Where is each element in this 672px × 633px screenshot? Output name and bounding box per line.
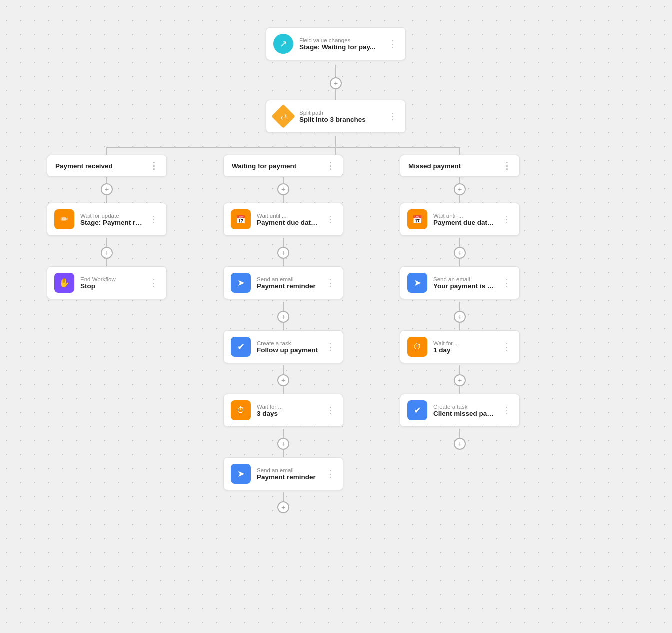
add-btn-b2-4[interactable]: + (278, 374, 290, 386)
b3-n3-icon: ⏱ (408, 337, 428, 357)
add-btn-b2-1[interactable]: + (278, 184, 290, 196)
b2-n4-icon: ⏱ (231, 400, 251, 420)
b2-node1[interactable]: 📅 Wait until ... Payment due date, 12:..… (224, 203, 344, 236)
b2-n3-icon: ✔ (231, 337, 251, 357)
b2-n5-icon: ➤ (231, 464, 251, 484)
connector-lines (0, 0, 672, 633)
b2-n1-icon: 📅 (231, 210, 251, 230)
b3-n4-icon: ✔ (408, 400, 428, 420)
add-btn-b2-6[interactable]: + (278, 502, 290, 514)
branch3-menu[interactable]: ⋮ (502, 160, 512, 172)
b3-node3[interactable]: ⏱ Wait for ... 1 day ⋮ (400, 330, 520, 364)
branch3-label[interactable]: Missed payment ⋮ (400, 155, 520, 177)
add-btn-b3-5[interactable]: + (454, 438, 466, 450)
trigger-node[interactable]: ↗ Field value changes Stage: Waiting for… (266, 28, 406, 60)
branch2-menu[interactable]: ⋮ (326, 160, 335, 172)
trigger-menu[interactable]: ⋮ (388, 38, 398, 50)
b3-n1-icon: 📅 (408, 210, 428, 230)
split-node[interactable]: ⇄ Split path Split into 3 branches ⋮ (266, 100, 406, 133)
b3-n2-icon: ➤ (408, 273, 428, 293)
b2-n2-icon: ➤ (231, 273, 251, 293)
b2-node5[interactable]: ➤ Send an email Payment reminder ⋮ (224, 458, 344, 490)
add-btn-b3-4[interactable]: + (454, 374, 466, 386)
b2-n3-menu[interactable]: ⋮ (325, 342, 336, 352)
b3-node4[interactable]: ✔ Create a task Client missed payment! ⋮ (400, 394, 520, 427)
trigger-icon: ↗ (274, 34, 294, 54)
b2-node3[interactable]: ✔ Create a task Follow up payment ⋮ (224, 330, 344, 364)
b3-n4-menu[interactable]: ⋮ (502, 405, 512, 416)
b1-node2[interactable]: ✋ End Workflow Stop ⋮ (47, 266, 167, 300)
b2-node2[interactable]: ➤ Send an email Payment reminder ⋮ (224, 266, 344, 300)
b1-n1-icon: ✏ (54, 210, 74, 230)
branch1-label[interactable]: Payment received ⋮ (47, 155, 167, 177)
add-btn-b1-2[interactable]: + (101, 247, 113, 259)
workflow-canvas: ↗ Field value changes Stage: Waiting for… (0, 0, 672, 633)
b3-n2-menu[interactable]: ⋮ (502, 278, 512, 288)
trigger-text: Field value changes Stage: Waiting for p… (300, 38, 382, 51)
add-btn-b3-2[interactable]: + (454, 247, 466, 259)
b1-n2-menu[interactable]: ⋮ (148, 278, 160, 288)
branch1-menu[interactable]: ⋮ (150, 160, 158, 172)
split-menu[interactable]: ⋮ (388, 111, 398, 122)
add-btn-b2-3[interactable]: + (278, 311, 290, 323)
add-btn-b3-1[interactable]: + (454, 184, 466, 196)
split-text: Split path Split into 3 branches (300, 110, 382, 124)
b1-n2-icon: ✋ (54, 273, 74, 293)
split-icon-wrap: ⇄ (274, 106, 294, 126)
b2-n2-menu[interactable]: ⋮ (325, 278, 336, 288)
add-btn-b3-3[interactable]: + (454, 311, 466, 323)
b3-n1-menu[interactable]: ⋮ (502, 214, 512, 225)
b2-node4[interactable]: ⏱ Wait for ... 3 days ⋮ (224, 394, 344, 427)
add-btn-1[interactable]: + (330, 78, 342, 90)
b2-n5-menu[interactable]: ⋮ (325, 468, 336, 480)
b1-n1-menu[interactable]: ⋮ (148, 214, 160, 225)
b2-n1-menu[interactable]: ⋮ (325, 214, 336, 225)
split-icon: ⇄ (280, 112, 287, 122)
add-btn-b2-5[interactable]: + (278, 438, 290, 450)
b3-node2[interactable]: ➤ Send an email Your payment is due t...… (400, 266, 520, 300)
add-btn-b1-1[interactable]: + (101, 184, 113, 196)
branch2-label[interactable]: Waiting for payment ⋮ (224, 155, 344, 177)
b1-node1[interactable]: ✏ Wait for update Stage: Payment receiv.… (47, 203, 167, 236)
b3-n3-menu[interactable]: ⋮ (502, 342, 512, 352)
b2-n4-menu[interactable]: ⋮ (325, 405, 336, 416)
b3-node1[interactable]: 📅 Wait until ... Payment due date, 09:..… (400, 203, 520, 236)
add-btn-b2-2[interactable]: + (278, 247, 290, 259)
split-diamond: ⇄ (272, 104, 296, 128)
